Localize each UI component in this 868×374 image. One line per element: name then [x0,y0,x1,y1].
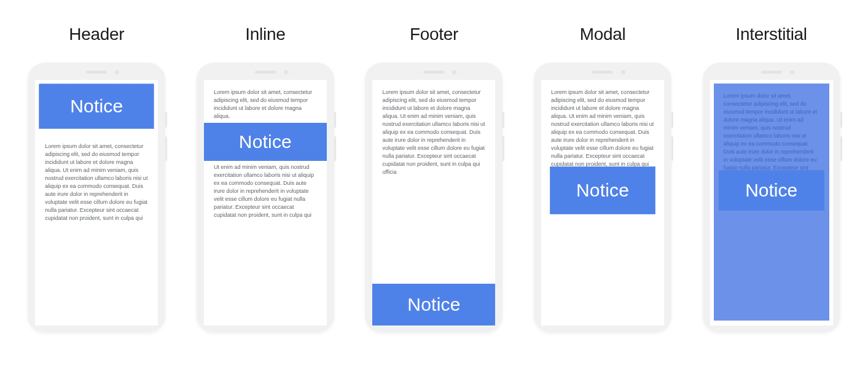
page-content: Lorem ipsum dolor sit amet, consectetur … [372,80,495,185]
lorem-text: Lorem ipsum dolor sit amet, consectetur … [45,142,148,222]
notice-banner-modal: Notice [550,166,655,214]
phone-side-button-icon [165,136,167,161]
phone-mockup: Notice Lorem ipsum dolor sit amet, conse… [28,63,165,333]
phone-side-button-icon [165,112,167,128]
phone-side-button-icon [840,136,842,161]
example-modal: Modal Lorem ipsum dolor sit amet, consec… [526,25,679,333]
page-content: Lorem ipsum dolor sit amet, consectetur … [35,134,158,325]
example-inline: Inline Lorem ipsum dolor sit amet, conse… [189,25,342,333]
lorem-text: Ut enim ad minim veniam, quis nostrud ex… [214,163,317,219]
phone-mockup: Lorem ipsum dolor sit amet, consectetur … [365,63,502,333]
example-title: Header [69,25,124,44]
phone-mockup: Lorem ipsum dolor sit amet, consectetur … [197,63,334,333]
phone-side-button-icon [334,136,336,161]
phone-screen: Lorem ipsum dolor sit amet, consectetur … [541,80,664,325]
notice-banner-footer: Notice [372,284,495,325]
page-content: Lorem ipsum dolor sit amet, consectetur … [204,80,327,228]
example-interstitial: Interstitial Lorem ipsum dolor sit amet,… [695,25,848,333]
notice-banner-inline: Notice [204,123,327,161]
phone-side-button-icon [334,112,336,128]
phone-side-button-icon [671,136,673,161]
phone-screen: Notice Lorem ipsum dolor sit amet, conse… [35,80,158,325]
examples-row: Header Notice Lorem ipsum dolor sit amet… [0,0,868,333]
phone-mockup: Lorem ipsum dolor sit amet, consectetur … [703,63,840,333]
lorem-text: Lorem ipsum dolor sit amet, consectetur … [551,88,654,177]
phone-side-button-icon [840,112,842,128]
phone-screen: Lorem ipsum dolor sit amet, consectetur … [710,80,833,325]
example-title: Interstitial [736,25,807,44]
lorem-text: Lorem ipsum dolor sit amet, consectetur … [382,88,485,177]
phone-side-button-icon [671,112,673,128]
phone-side-button-icon [502,136,504,161]
example-header: Header Notice Lorem ipsum dolor sit amet… [20,25,173,333]
example-footer: Footer Lorem ipsum dolor sit amet, conse… [357,25,510,333]
phone-screen: Lorem ipsum dolor sit amet, consectetur … [204,80,327,325]
notice-banner-interstitial: Notice [719,170,824,211]
phone-screen: Lorem ipsum dolor sit amet, consectetur … [372,80,495,325]
lorem-text: Lorem ipsum dolor sit amet, consectetur … [214,88,317,120]
phone-side-button-icon [502,112,504,128]
phone-mockup: Lorem ipsum dolor sit amet, consectetur … [534,63,671,333]
example-title: Inline [245,25,285,44]
example-title: Modal [580,25,626,44]
notice-banner-header: Notice [39,84,154,129]
example-title: Footer [410,25,458,44]
